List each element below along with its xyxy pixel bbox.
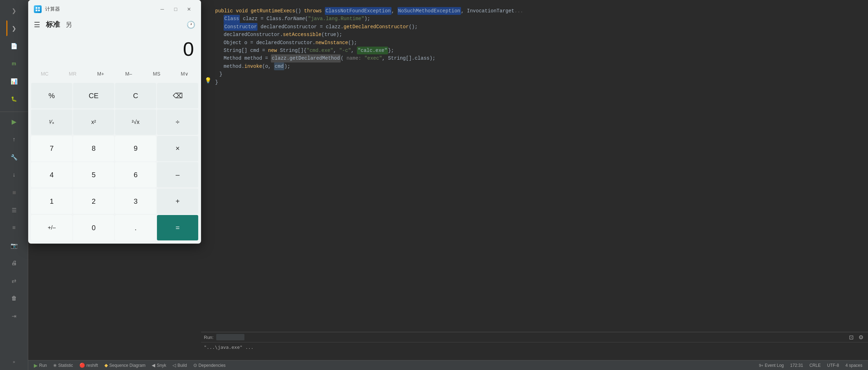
calc-ce-btn[interactable]: CE	[73, 83, 114, 108]
calc-reciprocal-btn[interactable]: ¹∕ₓ	[31, 109, 72, 135]
calc-maximize-btn[interactable]: □	[169, 4, 182, 14]
run-label-area: Run:	[204, 334, 244, 340]
sidebar-chevron-top[interactable]: ❯	[6, 3, 22, 18]
status-bar: ▶ Run ◉ Statistic 🔴 reshift ◆ Sequence D…	[28, 360, 868, 370]
terminal-controls: ⊡ ⚙	[847, 333, 865, 341]
calc-0-btn[interactable]: 0	[73, 215, 114, 240]
calc-backspace-btn[interactable]: ⌫	[157, 83, 198, 108]
mem-ms-btn[interactable]: MS	[143, 66, 170, 82]
snyk-label: Snyk	[157, 363, 166, 368]
calc-history-btn[interactable]: 🕐	[187, 20, 195, 29]
calc-divide-btn[interactable]: ÷	[157, 109, 198, 135]
calc-6-btn[interactable]: 6	[115, 162, 156, 187]
sidebar-file-icon[interactable]: 📄	[6, 38, 22, 54]
sidebar-chevron-2[interactable]: ❯	[6, 20, 22, 36]
calc-close-btn[interactable]: ✕	[183, 4, 195, 14]
main-area: public void getRuntimeExecs() throws Cla…	[28, 0, 868, 370]
build-label: Build	[177, 363, 187, 368]
reshift-tab[interactable]: 🔴 reshift	[77, 362, 101, 369]
terminal-maximize-btn[interactable]: ⊡	[847, 333, 855, 341]
mem-mplus-btn[interactable]: M+	[87, 66, 114, 82]
terminal-panel: Run: ⊡ ⚙ "...\java.exe" ...	[201, 332, 868, 360]
calc-title-controls: ─ □ ✕	[156, 4, 195, 14]
reshift-label: reshift	[86, 363, 98, 368]
code-content: public void getRuntimeExecs() throws Cla…	[201, 0, 868, 93]
encoding-status[interactable]: CRLE	[807, 362, 824, 369]
position-text: 172:31	[790, 363, 803, 368]
statistic-label: Statistic	[58, 363, 73, 368]
sequence-diagram-label: Sequence Diagram	[109, 363, 146, 368]
calc-1-btn[interactable]: 1	[31, 189, 72, 214]
status-right: 9+ Event Log 172:31 CRLE UTF-8 4 spaces	[756, 362, 865, 369]
sidebar-debug-icon[interactable]: 🐛	[6, 91, 22, 107]
code-line-2: Class clazz = Class.forName("java.lang.R…	[215, 15, 861, 23]
sidebar-trash-btn[interactable]: 🗑	[6, 291, 22, 306]
file-type-text: UTF-8	[827, 363, 839, 368]
run-up-btn[interactable]: ↑	[6, 132, 22, 147]
calc-decimal-btn[interactable]: .	[115, 215, 156, 240]
calc-mode-label: 标准	[46, 20, 60, 29]
run-down-btn[interactable]: ↓	[6, 167, 22, 183]
calc-2-btn[interactable]: 2	[73, 189, 114, 214]
sidebar-camera-btn[interactable]: 📷	[6, 238, 22, 253]
code-line-4: declaredConstructor.setAccessible(true);	[215, 31, 861, 38]
calc-menu-btn[interactable]: ☰	[34, 20, 40, 29]
code-line-3: Constructor declaredConstructor = clazz.…	[215, 23, 861, 31]
mem-mminus-btn[interactable]: M–	[115, 66, 142, 82]
snyk-tab[interactable]: ◀ Snyk	[149, 362, 169, 369]
code-line-1: public void getRuntimeExecs() throws Cla…	[215, 7, 861, 15]
sidebar-list-btn[interactable]: ☰	[6, 202, 22, 218]
mem-mv-btn[interactable]: M∨	[171, 66, 198, 82]
sidebar-expand-btn[interactable]: »	[13, 359, 15, 364]
svg-rect-0	[36, 7, 37, 9]
dependencies-tab[interactable]: ⊙ Dependencies	[190, 362, 229, 369]
terminal-settings-btn[interactable]: ⚙	[857, 333, 865, 341]
calc-7-btn[interactable]: 7	[31, 136, 72, 161]
calc-mode-sub-label: 另	[66, 20, 72, 29]
calc-equals-btn[interactable]: =	[157, 215, 198, 240]
sidebar-m-icon[interactable]: m	[6, 56, 22, 71]
calc-sqrt-btn[interactable]: ²√x	[115, 109, 156, 135]
calc-c-btn[interactable]: C	[115, 83, 156, 108]
mem-mr-btn[interactable]: MR	[59, 66, 86, 82]
indent-status[interactable]: 4 spaces	[843, 362, 865, 369]
position-status[interactable]: 172:31	[787, 362, 806, 369]
calc-8-btn[interactable]: 8	[73, 136, 114, 161]
calc-3-btn[interactable]: 3	[115, 189, 156, 214]
calc-multiply-btn[interactable]: ×	[157, 136, 198, 161]
calc-minimize-btn[interactable]: ─	[156, 4, 169, 14]
calc-square-btn[interactable]: x²	[73, 109, 114, 135]
sidebar-list2-btn[interactable]: ≡	[6, 220, 22, 235]
calc-5-btn[interactable]: 5	[73, 162, 114, 187]
svg-rect-3	[38, 10, 40, 11]
file-type-status[interactable]: UTF-8	[824, 362, 842, 369]
sidebar-chart-icon[interactable]: 📊	[6, 73, 22, 89]
run-wrench-btn[interactable]: 🔧	[6, 149, 22, 165]
sequence-diagram-tab[interactable]: ◆ Sequence Diagram	[102, 362, 148, 369]
run-status-btn[interactable]: ▶ Run	[31, 362, 50, 369]
calc-add-btn[interactable]: +	[157, 189, 198, 214]
mem-mc-btn[interactable]: MC	[31, 66, 58, 82]
run-stop-btn[interactable]: ⏹	[6, 185, 22, 200]
calc-9-btn[interactable]: 9	[115, 136, 156, 161]
run-play-btn[interactable]: ▶	[6, 114, 22, 130]
run-dropdown[interactable]	[216, 334, 244, 340]
sidebar-arrows-btn[interactable]: ⇄	[6, 273, 22, 288]
calc-buttons: % CE C ⌫ ¹∕ₓ x² ²√x ÷ 7 8 9 × 4 5 6 – 1 …	[28, 83, 201, 244]
code-line-5: Object o = declaredConstructor.newInstan…	[215, 39, 861, 47]
calc-percent-btn[interactable]: %	[31, 83, 72, 108]
build-tab[interactable]: ◁ Build	[170, 362, 190, 369]
sidebar-signin-btn[interactable]: ⇥	[6, 308, 22, 324]
git-icon-status[interactable]: 9+ Event Log	[756, 362, 787, 369]
code-editor: public void getRuntimeExecs() throws Cla…	[201, 0, 868, 370]
statistic-tab[interactable]: ◉ Statistic	[50, 362, 76, 369]
calc-subtract-btn[interactable]: –	[157, 162, 198, 187]
calculator-window: 计算器 ─ □ ✕ ☰ 标准 另 🕐 0 MC MR M+ M–	[28, 0, 201, 244]
calc-negate-btn[interactable]: +/–	[31, 215, 72, 240]
run-status-label: Run	[39, 363, 47, 368]
terminal-toolbar: Run: ⊡ ⚙	[201, 332, 868, 342]
code-line-8: method.invoke(o, cmd);	[215, 62, 861, 70]
terminal-output: "...\java.exe" ...	[201, 342, 868, 352]
calc-4-btn[interactable]: 4	[31, 162, 72, 187]
sidebar-print-btn[interactable]: 🖨	[6, 255, 22, 271]
